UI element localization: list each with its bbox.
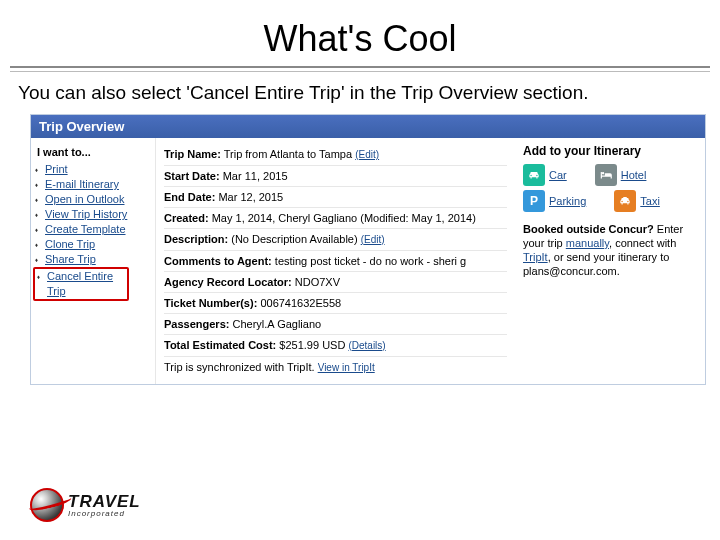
record-locator-label: Agency Record Locator:: [164, 276, 292, 288]
description-value: (No Description Available): [231, 233, 357, 245]
taxi-icon: [614, 190, 636, 212]
add-to-itinerary-section: Add to your Itinerary Car Hotel P Park: [515, 138, 705, 384]
list-item: Create Template: [37, 222, 149, 237]
edit-description-link[interactable]: (Edit): [361, 234, 385, 245]
cancel-entire-trip-link[interactable]: Cancel Entire Trip: [47, 270, 113, 297]
edit-trip-name-link[interactable]: (Edit): [355, 149, 379, 160]
list-item: Open in Outlook: [37, 192, 149, 207]
passengers-label: Passengers:: [164, 318, 229, 330]
i-want-to-section: I want to... Print E-mail Itinerary Open…: [31, 138, 156, 384]
slide-title: What's Cool: [0, 0, 720, 66]
passengers-value: Cheryl.A Gagliano: [233, 318, 322, 330]
tripit-sync-text: Trip is synchronized with TripIt.: [164, 361, 315, 373]
add-taxi-item[interactable]: Taxi: [614, 190, 660, 212]
list-item: Print: [37, 162, 149, 177]
total-cost-row: Total Estimated Cost: $251.99 USD (Detai…: [164, 335, 507, 357]
created-label: Created:: [164, 212, 209, 224]
end-date-label: End Date:: [164, 191, 215, 203]
i-want-to-list: Print E-mail Itinerary Open in Outlook V…: [37, 162, 149, 301]
view-in-tripit-link[interactable]: View in TripIt: [318, 362, 375, 373]
manually-link[interactable]: manually: [566, 237, 609, 249]
slide-subtitle: You can also select 'Cancel Entire Trip'…: [0, 72, 720, 112]
list-item: Clone Trip: [37, 237, 149, 252]
hotel-icon: [595, 164, 617, 186]
list-item-highlighted: Cancel Entire Trip: [33, 267, 129, 301]
logo-text-bottom: Incorporated: [68, 509, 141, 518]
share-trip-link[interactable]: Share Trip: [45, 253, 96, 265]
add-parking-link[interactable]: Parking: [549, 195, 586, 207]
booked-outside-text: Booked outside Concur? Enter your trip m…: [523, 222, 697, 278]
list-item: E-mail Itinerary: [37, 177, 149, 192]
view-history-link[interactable]: View Trip History: [45, 208, 127, 220]
trip-details-section: Trip Name: Trip from Atlanta to Tampa (E…: [156, 138, 515, 384]
add-car-link[interactable]: Car: [549, 169, 567, 181]
ticket-number-value: 006741632E558: [260, 297, 341, 309]
i-want-to-title: I want to...: [37, 146, 149, 158]
travel-inc-logo: TRAVEL Incorporated: [30, 488, 141, 522]
description-label: Description:: [164, 233, 228, 245]
start-date-label: Start Date:: [164, 170, 220, 182]
panel-header: Trip Overview: [31, 115, 705, 138]
add-to-itinerary-title: Add to your Itinerary: [523, 144, 697, 158]
tripit-link[interactable]: TripIt: [523, 251, 548, 263]
create-template-link[interactable]: Create Template: [45, 223, 126, 235]
record-locator-row: Agency Record Locator: NDO7XV: [164, 272, 507, 293]
end-date-value: Mar 12, 2015: [218, 191, 283, 203]
add-hotel-link[interactable]: Hotel: [621, 169, 647, 181]
record-locator-value: NDO7XV: [295, 276, 340, 288]
trip-name-row: Trip Name: Trip from Atlanta to Tampa (E…: [164, 144, 507, 166]
car-icon: [523, 164, 545, 186]
total-cost-value: $251.99 USD: [279, 339, 345, 351]
created-value: May 1, 2014, Cheryl Gagliano (Modified: …: [212, 212, 476, 224]
globe-icon: [30, 488, 64, 522]
created-row: Created: May 1, 2014, Cheryl Gagliano (M…: [164, 208, 507, 229]
parking-icon: P: [523, 190, 545, 212]
list-item: Share Trip: [37, 252, 149, 267]
ticket-number-row: Ticket Number(s): 006741632E558: [164, 293, 507, 314]
add-hotel-item[interactable]: Hotel: [595, 164, 647, 186]
comments-value: testing post ticket - do no work - sheri…: [275, 255, 466, 267]
clone-trip-link[interactable]: Clone Trip: [45, 238, 95, 250]
end-date-row: End Date: Mar 12, 2015: [164, 187, 507, 208]
trip-name-value: Trip from Atlanta to Tampa: [224, 148, 352, 160]
ticket-number-label: Ticket Number(s):: [164, 297, 257, 309]
comments-row: Comments to Agent: testing post ticket -…: [164, 251, 507, 272]
add-parking-item[interactable]: P Parking: [523, 190, 586, 212]
start-date-value: Mar 11, 2015: [223, 170, 288, 182]
cost-details-link[interactable]: (Details): [348, 340, 385, 351]
booked-outside-title: Booked outside Concur?: [523, 223, 654, 235]
print-link[interactable]: Print: [45, 163, 68, 175]
start-date-row: Start Date: Mar 11, 2015: [164, 166, 507, 187]
trip-overview-panel: Trip Overview I want to... Print E-mail …: [30, 114, 706, 385]
total-cost-label: Total Estimated Cost:: [164, 339, 276, 351]
tripit-sync-row: Trip is synchronized with TripIt. View i…: [164, 357, 507, 378]
comments-label: Comments to Agent:: [164, 255, 272, 267]
add-taxi-link[interactable]: Taxi: [640, 195, 660, 207]
add-car-item[interactable]: Car: [523, 164, 567, 186]
trip-name-label: Trip Name:: [164, 148, 221, 160]
passengers-row: Passengers: Cheryl.A Gagliano: [164, 314, 507, 335]
description-row: Description: (No Description Available) …: [164, 229, 507, 251]
list-item: View Trip History: [37, 207, 149, 222]
booked-text-2: , connect with: [609, 237, 676, 249]
open-outlook-link[interactable]: Open in Outlook: [45, 193, 125, 205]
email-itinerary-link[interactable]: E-mail Itinerary: [45, 178, 119, 190]
